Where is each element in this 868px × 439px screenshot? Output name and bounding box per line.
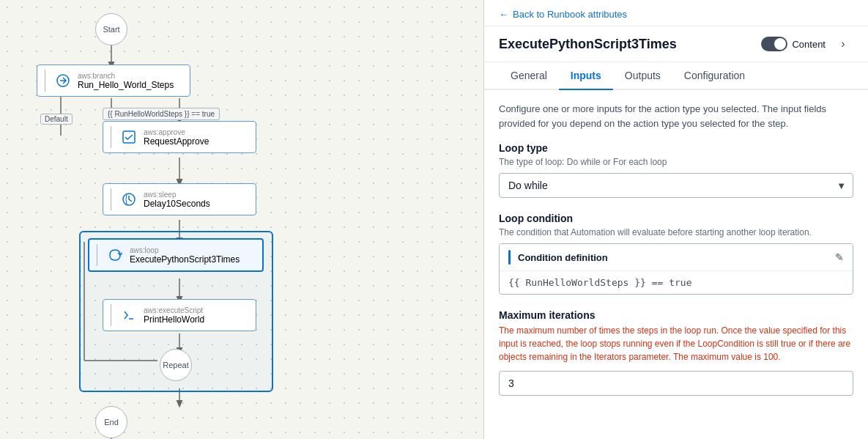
content-area: Configure one or more inputs for the act… <box>484 90 868 439</box>
tabs-bar: General Inputs Outputs Configuration <box>484 62 868 90</box>
loop-type-subtitle: The type of loop: Do while or For each l… <box>499 157 853 167</box>
loop-type-select-wrapper: Do while For each loop ▼ <box>499 173 853 198</box>
default-badge: Default <box>40 114 73 125</box>
loop-condition-title: Loop condition <box>499 213 853 224</box>
execute-node[interactable]: aws:executeScript PrintHelloWorld <box>103 299 256 331</box>
svg-rect-15 <box>123 131 135 143</box>
tab-inputs[interactable]: Inputs <box>559 62 613 90</box>
max-iterations-description: The maximum number of times the steps in… <box>499 324 853 364</box>
node-divider <box>45 70 45 92</box>
tab-general[interactable]: General <box>499 62 559 90</box>
right-panel: ← Back to Runbook attributes ExecutePyth… <box>483 0 868 439</box>
loop-type-select[interactable]: Do while For each loop <box>499 173 853 198</box>
branch-node[interactable]: aws:branch Run_Hello_World_Steps <box>37 64 190 97</box>
loop-labels: aws:loop ExecutePythonScript3Times <box>130 246 240 265</box>
end-node: End <box>95 406 127 438</box>
loop-icon <box>106 246 124 264</box>
toggle-label: Content <box>792 39 826 50</box>
approve-icon <box>120 128 138 146</box>
approve-labels: aws:approve RequestApprove <box>144 128 209 147</box>
content-toggle[interactable]: Content <box>761 37 826 51</box>
back-link-text: Back to Runbook attributes <box>513 9 627 20</box>
chevron-right-button[interactable]: › <box>833 34 853 54</box>
execute-icon <box>120 306 138 324</box>
toggle-thumb <box>774 38 786 50</box>
diagram-panel: Start aws:branch Run_Hello_World_Steps D… <box>0 0 483 439</box>
description-text: Configure one or more inputs for the act… <box>499 102 853 130</box>
condition-value: {{ RunHelloWorldSteps }} == true <box>500 271 853 294</box>
repeat-node: Repeat <box>160 349 192 381</box>
loop-condition-subtitle: The condition that Automation will evalu… <box>499 227 853 237</box>
execute-labels: aws:executeScript PrintHelloWorld <box>144 306 204 325</box>
loop-condition-box: Condition definition ✎ {{ RunHelloWorldS… <box>499 243 853 295</box>
tab-configuration[interactable]: Configuration <box>672 62 757 90</box>
loop-type-title: Loop type <box>499 142 853 154</box>
condition-badge: {{ RunHelloWorldSteps }} == true <box>103 108 220 120</box>
max-iterations-input[interactable] <box>499 371 853 396</box>
node-divider <box>111 304 111 326</box>
back-arrow-icon: ← <box>499 9 508 20</box>
start-node: Start <box>95 13 127 45</box>
edit-icon[interactable]: ✎ <box>835 251 844 263</box>
loop-node[interactable]: aws:loop ExecutePythonScript3Times <box>88 238 264 272</box>
condition-bar <box>508 250 511 265</box>
title-row: ExecutePythonScript3Times Content › <box>484 26 868 62</box>
branch-icon <box>54 72 72 89</box>
sleep-node[interactable]: aws:sleep Delay10Seconds <box>103 183 256 215</box>
approve-node[interactable]: aws:approve RequestApprove <box>103 121 256 153</box>
branch-labels: aws:branch Run_Hello_World_Steps <box>78 72 174 90</box>
back-link[interactable]: ← Back to Runbook attributes <box>484 0 868 26</box>
sleep-icon <box>120 191 138 208</box>
condition-header: Condition definition ✎ <box>500 244 853 271</box>
max-iterations-title: Maximum iterations <box>499 309 853 321</box>
node-divider <box>111 126 111 148</box>
toggle-track[interactable] <box>761 37 787 51</box>
sleep-labels: aws:sleep Delay10Seconds <box>144 191 210 209</box>
tab-outputs[interactable]: Outputs <box>613 62 672 90</box>
node-divider <box>111 188 111 210</box>
page-title: ExecutePythonScript3Times <box>499 37 754 52</box>
condition-header-title: Condition definition <box>518 252 835 263</box>
node-divider <box>97 244 97 266</box>
